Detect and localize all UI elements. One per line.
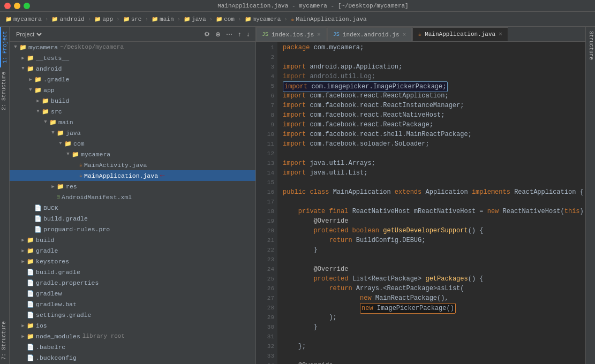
code-line-10: import com.facebook.react.shell.MainReac… bbox=[283, 130, 585, 139]
tree-item-mycamera-root[interactable]: ▼ 📁 mycamera ~/Desktop/mycamera bbox=[10, 42, 255, 52]
tree-item-tests[interactable]: ▶ 📁 __tests__ bbox=[10, 52, 255, 63]
breadcrumb-com[interactable]: 📁 com bbox=[214, 15, 237, 24]
expand-arrow: ▼ bbox=[49, 130, 57, 135]
tree-item-androidmanifest[interactable]: ⊞ AndroidManifest.xml bbox=[10, 192, 255, 202]
folder-icon: 📁 bbox=[57, 130, 64, 136]
tree-item-com[interactable]: ▼ 📁 com bbox=[10, 138, 255, 149]
xml-file-icon: ⊞ bbox=[57, 194, 60, 200]
tree-item-keystores[interactable]: ▶ 📁 keystores bbox=[10, 256, 255, 267]
file-icon: 📄 bbox=[27, 344, 34, 351]
tree-item-proguard[interactable]: 📄 proguard-rules.pro bbox=[10, 224, 255, 234]
breadcrumb-src[interactable]: 📁 src bbox=[121, 15, 144, 24]
folder-icon: 📁 bbox=[94, 16, 101, 22]
breadcrumb-app[interactable]: 📁 app bbox=[92, 15, 115, 24]
tree-item-java[interactable]: ▼ 📁 java bbox=[10, 127, 255, 138]
tree-item-gradle[interactable]: ▶ 📁 .gradle bbox=[10, 74, 255, 85]
panel-up-btn[interactable]: ↑ bbox=[236, 30, 243, 39]
expand-arrow: ▼ bbox=[12, 44, 19, 50]
breadcrumb-file[interactable]: ☕ MainApplication.java bbox=[289, 14, 369, 24]
tab-close-btn[interactable]: × bbox=[317, 32, 321, 38]
code-line-7: import com.facebook.react.ReactInstanceM… bbox=[283, 101, 585, 110]
tab-index-android[interactable]: JS index.android.js × bbox=[327, 27, 412, 41]
folder-icon: 📁 bbox=[27, 247, 34, 254]
panel-expand-btn[interactable]: ⊕ bbox=[214, 30, 222, 39]
code-line-34: @Override bbox=[283, 361, 585, 364]
breadcrumb-mycamera2[interactable]: 📁 mycamera bbox=[243, 15, 283, 24]
tree-item-gradlew[interactable]: 📄 gradlew bbox=[10, 288, 255, 299]
close-button[interactable] bbox=[4, 3, 11, 9]
code-line-12 bbox=[283, 149, 585, 158]
tree-item-main[interactable]: ▼ 📁 main bbox=[10, 117, 255, 127]
code-line-1: package com.mycamera; bbox=[283, 43, 585, 52]
code-content[interactable]: package com.mycamera; import android.app… bbox=[277, 42, 585, 364]
panel-settings-btn[interactable]: ⚙ bbox=[202, 30, 212, 39]
code-editor: 123 456 789 101112 131415 161718 192021 … bbox=[256, 42, 585, 364]
tree-item-mainactivity[interactable]: ☕ MainActivity.java bbox=[10, 160, 255, 170]
tree-item-build2[interactable]: ▶ 📁 build bbox=[10, 234, 255, 245]
breadcrumb-main[interactable]: 📁 main bbox=[149, 15, 176, 24]
file-icon: 📄 bbox=[27, 290, 34, 297]
expand-arrow: ▼ bbox=[64, 151, 72, 157]
gradle-icon: 📄 bbox=[27, 312, 34, 318]
tree-item-buildgradle[interactable]: 📄 build.gradle bbox=[10, 213, 255, 224]
tree-item-build-app[interactable]: ▶ 📁 build bbox=[10, 95, 255, 106]
tree-item-gradlewbat[interactable]: 📄 gradlew.bat bbox=[10, 299, 255, 309]
main-layout: 1: Project 2: Structure 7: Structure Pro… bbox=[0, 27, 595, 364]
tree-item-babelrc[interactable]: 📄 .babelrc bbox=[10, 342, 255, 352]
tab-close-btn[interactable]: × bbox=[499, 31, 502, 37]
tree-item-android[interactable]: ▼ 📁 android bbox=[10, 63, 255, 74]
breadcrumb-sep: › bbox=[209, 16, 213, 22]
tree-item-app[interactable]: ▼ 📁 app bbox=[10, 85, 255, 95]
tree-item-gradle2[interactable]: ▶ 📁 gradle bbox=[10, 245, 255, 256]
tree-item-res[interactable]: ▶ 📁 res bbox=[10, 181, 255, 192]
tab-label: MainApplication.java bbox=[425, 31, 495, 37]
maximize-button[interactable] bbox=[24, 3, 30, 9]
code-line-28: new ImagePickerPackage() bbox=[283, 303, 585, 313]
breadcrumb-sep: › bbox=[238, 16, 242, 22]
expand-arrow: ▶ bbox=[27, 77, 34, 82]
code-line-26: return Arrays.<ReactPackage>asList( bbox=[283, 284, 585, 293]
tab-main-application[interactable]: ☕ MainApplication.java × bbox=[412, 27, 508, 41]
code-line-23 bbox=[283, 255, 585, 264]
code-line-24: @Override bbox=[283, 264, 585, 274]
project-dropdown[interactable]: Project bbox=[14, 31, 43, 38]
structure-right-btn[interactable]: Structure bbox=[586, 27, 595, 64]
panel-more-btn[interactable]: ⋯ bbox=[224, 30, 234, 39]
arrow-annotation: ← bbox=[160, 171, 164, 180]
gradle-icon: 📄 bbox=[27, 279, 34, 286]
tab-close-btn[interactable]: × bbox=[402, 32, 406, 38]
breadcrumb-android[interactable]: 📁 android bbox=[49, 15, 86, 24]
tree-item-gradleprops[interactable]: 📄 gradle.properties bbox=[10, 277, 255, 288]
file-icon: 📄 bbox=[34, 226, 42, 233]
tab-index-ios[interactable]: JS index.ios.js × bbox=[256, 27, 327, 41]
panel-header: Project ⚙ ⊕ ⋯ ↑ ↓ bbox=[10, 27, 255, 42]
structure-panel-toggle[interactable]: 2: Structure bbox=[0, 67, 9, 115]
tree-item-ios[interactable]: ▶ 📁 ios bbox=[10, 320, 255, 331]
breadcrumb-mycamera[interactable]: 📁 mycamera bbox=[3, 15, 44, 24]
folder-icon: 📁 bbox=[245, 16, 251, 22]
tab-label: index.android.js bbox=[343, 32, 400, 38]
expand-arrow: ▶ bbox=[19, 323, 27, 329]
panel-down-btn[interactable]: ↓ bbox=[245, 30, 251, 39]
structure-panel-toggle-2[interactable]: 7: Structure bbox=[0, 317, 9, 364]
tree-item-buildgradle2[interactable]: 📄 build.gradle bbox=[10, 267, 255, 277]
tree-item-src[interactable]: ▼ 📁 src bbox=[10, 106, 255, 117]
tree-item-buck[interactable]: 📄 BUCK bbox=[10, 202, 255, 213]
breadcrumb-java[interactable]: 📁 java bbox=[182, 15, 208, 24]
tree-item-settingsgradle[interactable]: 📄 settings.gradle bbox=[10, 309, 255, 320]
folder-icon: 📁 bbox=[216, 16, 222, 22]
tree-item-mycamera-pkg[interactable]: ▼ 📁 mycamera bbox=[10, 149, 255, 160]
tree-item-node-modules[interactable]: ▶ 📁 node_modules library root bbox=[10, 331, 255, 342]
code-line-4: import android.util.Log; bbox=[283, 72, 585, 81]
folder-icon: 📁 bbox=[27, 322, 34, 329]
java-file-icon: ☕ bbox=[79, 162, 82, 168]
folder-icon: 📁 bbox=[64, 140, 72, 147]
minimize-button[interactable] bbox=[14, 3, 20, 9]
folder-icon: 📁 bbox=[184, 16, 190, 22]
tree-item-mainapplication[interactable]: ☕ MainApplication.java ← bbox=[10, 170, 255, 181]
tree-item-buckconfig[interactable]: 📄 .buckconfig bbox=[10, 352, 255, 363]
code-line-27: new MainReactPackage(), bbox=[283, 293, 585, 303]
code-line-8: import com.facebook.react.ReactNativeHos… bbox=[283, 110, 585, 120]
code-line-22: } bbox=[283, 245, 585, 255]
project-panel-toggle[interactable]: 1: Project bbox=[0, 27, 9, 67]
